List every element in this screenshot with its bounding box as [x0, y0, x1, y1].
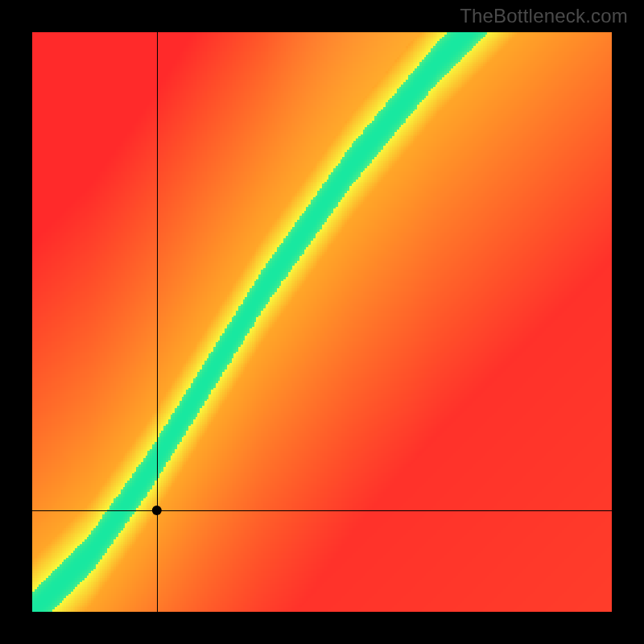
- overlay-canvas: [32, 32, 612, 612]
- watermark-text: TheBottleneck.com: [460, 5, 628, 27]
- chart-frame: TheBottleneck.com: [0, 0, 644, 644]
